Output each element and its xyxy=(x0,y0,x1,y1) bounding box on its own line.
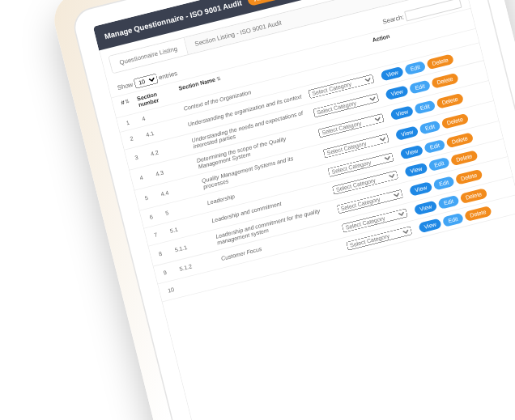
view-button[interactable]: View xyxy=(400,145,424,160)
edit-button[interactable]: Edit xyxy=(414,100,436,114)
row-index: 8 xyxy=(158,248,171,257)
delete-button[interactable]: Delete xyxy=(460,188,488,204)
row-section-number: 5.1 xyxy=(169,219,207,235)
add-new-button[interactable]: Add new xyxy=(246,0,287,6)
edit-button[interactable]: Edit xyxy=(428,157,450,172)
view-button[interactable]: View xyxy=(409,181,433,197)
col-index[interactable]: #⇅ xyxy=(121,97,134,112)
view-button[interactable]: View xyxy=(414,200,438,215)
delete-button[interactable]: Delete xyxy=(450,150,479,166)
view-button[interactable]: View xyxy=(381,66,405,82)
sort-icon: ⇅ xyxy=(125,99,130,105)
row-index: 10 xyxy=(168,285,181,294)
view-button[interactable]: View xyxy=(418,218,442,233)
row-index: 9 xyxy=(163,267,176,276)
row-index: 1 xyxy=(126,117,138,126)
row-section-number: 4.4 xyxy=(160,182,198,197)
row-index: 5 xyxy=(144,193,157,202)
edit-button[interactable]: Edit xyxy=(433,176,455,190)
row-index: 7 xyxy=(153,229,166,238)
delete-button[interactable]: Delete xyxy=(436,93,464,109)
edit-button[interactable]: Edit xyxy=(404,61,426,75)
view-button[interactable]: View xyxy=(395,125,419,141)
edit-button[interactable]: Edit xyxy=(442,213,464,227)
sort-icon: ⇅ xyxy=(216,75,222,82)
row-section-number: 4.1 xyxy=(145,123,183,138)
delete-button[interactable]: Delete xyxy=(431,73,459,89)
delete-button[interactable]: Delete xyxy=(441,113,469,129)
edit-button[interactable]: Edit xyxy=(423,139,445,154)
view-button[interactable]: View xyxy=(390,105,415,121)
row-index: 4 xyxy=(139,172,152,181)
row-section-number: 4.2 xyxy=(150,142,188,157)
row-section-number: 5 xyxy=(165,202,203,217)
delete-button[interactable]: Delete xyxy=(464,206,492,222)
delete-button[interactable]: Delete xyxy=(445,132,474,148)
row-section-number xyxy=(184,278,220,286)
row-section-number: 4.3 xyxy=(155,162,194,177)
edit-button[interactable]: Edit xyxy=(438,195,460,210)
view-button[interactable]: View xyxy=(404,163,428,178)
row-index: 6 xyxy=(149,212,162,221)
row-index: 2 xyxy=(130,134,143,142)
tablet-frame: Manage Questionnaire - ISO 9001 Audit Ad… xyxy=(49,0,515,420)
row-section-number: 5.1.2 xyxy=(179,257,217,273)
row-index: 3 xyxy=(134,152,147,161)
view-button[interactable]: View xyxy=(385,85,409,100)
edit-button[interactable]: Edit xyxy=(419,120,441,134)
delete-button[interactable]: Delete xyxy=(426,53,454,70)
delete-button[interactable]: Delete xyxy=(455,169,483,185)
edit-button[interactable]: Edit xyxy=(409,80,431,95)
row-section-number: 5.1.1 xyxy=(174,238,212,253)
screen: Manage Questionnaire - ISO 9001 Audit Ad… xyxy=(93,0,515,420)
